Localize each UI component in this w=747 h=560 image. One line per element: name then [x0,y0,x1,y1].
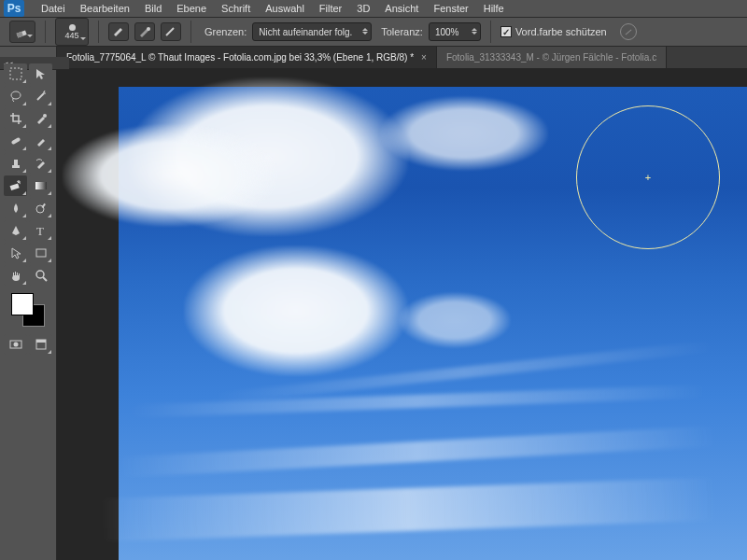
menu-view[interactable]: Ansicht [377,0,426,17]
tool-magic-wand[interactable] [29,86,52,106]
pressure-size-toggle[interactable] [161,22,181,41]
menu-bar: Ps Datei Bearbeiten Bild Ebene Schrift A… [0,0,747,18]
tolerance-dropdown[interactable]: 100% [429,22,481,41]
document-tab-active[interactable]: Fotolia_7775064_L © Thaut Images - Fotol… [57,47,437,68]
svg-rect-10 [35,182,47,189]
type-icon: T [35,224,48,237]
image-content [99,477,716,541]
tool-brush[interactable] [29,131,52,151]
separator [490,21,491,43]
stepper-icon [362,25,368,37]
svg-rect-8 [14,160,18,165]
tool-shape[interactable] [29,243,52,263]
image-content [63,124,277,227]
menu-window[interactable]: Fenster [426,0,475,17]
separator [98,21,99,43]
separator [190,21,191,43]
bandage-icon [9,134,22,147]
tool-move[interactable] [29,63,52,84]
magnifier-icon [35,269,48,282]
screen-icon [35,338,48,351]
options-bar: 445 Grenzen: Nicht aufeinander folg. Tol… [0,18,747,47]
pen-icon [9,224,22,237]
svg-line-16 [43,277,47,281]
tab-label: Fotolia_31333343_M - © Jürgen Fälchle - … [446,52,656,63]
svg-rect-7 [12,165,20,168]
protect-foreground-checkbox[interactable]: ✓ Vord.farbe schützen [500,26,607,37]
brush-panel-toggle[interactable] [108,22,129,41]
brush-cursor [576,105,720,249]
brush-size-value: 445 [64,32,78,40]
tool-blur[interactable] [4,198,27,218]
svg-point-18 [13,343,18,347]
tool-lasso[interactable] [4,86,27,106]
lasso-icon [9,90,22,103]
history-brush-icon [35,157,48,170]
arrow-icon [9,246,22,259]
workspace: T Fotolia_7775064_L © Thaut Images - Fot… [0,47,747,560]
limits-dropdown[interactable]: Nicht aufeinander folg. [252,22,372,41]
tool-type[interactable]: T [29,220,52,241]
tool-zoom[interactable] [29,265,52,286]
marquee-icon [9,67,22,80]
menu-help[interactable]: Hilfe [476,0,512,17]
app-logo: Ps [4,0,24,17]
tool-dodge[interactable] [29,198,52,218]
canvas-viewport[interactable] [57,68,747,560]
quick-mask-toggle[interactable] [4,334,27,355]
gradient-icon [35,179,48,192]
brush-preset-picker[interactable]: 445 [55,18,89,46]
document-tab-inactive[interactable]: Fotolia_31333343_M - © Jürgen Fälchle - … [437,47,667,68]
svg-point-4 [11,91,21,99]
tool-hand[interactable] [4,265,27,286]
image-content [128,385,707,418]
hand-icon [9,269,22,282]
menu-edit[interactable]: Bearbeiten [73,0,137,17]
pen-size-icon [164,26,177,37]
toolbox: T [0,47,57,560]
check-icon: ✓ [500,26,512,37]
tool-healing[interactable] [4,131,27,151]
paintbrush-icon [35,134,48,147]
menu-image[interactable]: Bild [137,0,169,17]
image-content [184,245,408,376]
tool-eraser[interactable] [4,175,27,196]
image-content [119,426,716,477]
svg-point-5 [43,114,47,118]
limits-label: Grenzen: [204,26,247,37]
pressure-opacity-toggle[interactable] [134,22,155,41]
brush-preview-icon [69,24,76,31]
menu-layer[interactable]: Ebene [169,0,214,17]
tool-eyedropper[interactable] [29,108,52,129]
rectangle-icon [35,246,48,259]
pen-pressure-icon [138,26,151,37]
svg-rect-3 [10,68,21,79]
tool-history-brush[interactable] [29,153,52,174]
svg-rect-14 [36,249,46,257]
tool-clone-stamp[interactable] [4,153,27,174]
svg-rect-9 [9,184,19,191]
sampling-ring-icon[interactable] [620,23,637,40]
menu-type[interactable]: Schrift [214,0,258,17]
canvas[interactable] [119,87,747,560]
foreground-swatch[interactable] [11,293,34,315]
menu-select[interactable]: Auswahl [258,0,312,17]
tool-preset-picker[interactable] [9,21,35,43]
menu-file[interactable]: Datei [34,0,73,17]
tool-crop[interactable] [4,108,27,129]
tool-pen[interactable] [4,220,27,241]
close-icon[interactable]: × [421,52,427,63]
menu-filter[interactable]: Filter [312,0,349,17]
mask-icon [9,338,22,351]
tolerance-label: Toleranz: [381,26,423,37]
svg-text:T: T [36,224,44,237]
tool-gradient[interactable] [29,175,52,196]
tool-path-select[interactable] [4,243,27,263]
color-swatches[interactable] [11,293,45,327]
image-content [399,292,511,348]
move-icon [35,67,48,80]
menu-3d[interactable]: 3D [349,0,377,17]
tool-marquee[interactable] [4,63,27,84]
protect-foreground-label: Vord.farbe schützen [515,26,607,37]
screen-mode-toggle[interactable] [29,334,52,355]
